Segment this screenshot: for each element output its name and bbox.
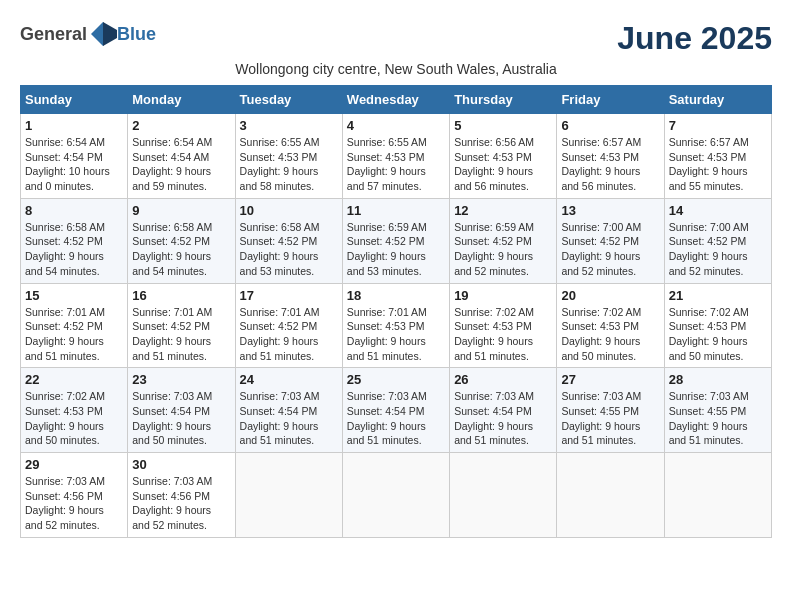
day-info: Sunrise: 7:00 AM Sunset: 4:52 PM Dayligh…	[561, 220, 659, 279]
daylight-label: Daylight: 9 hours and 51 minutes.	[240, 335, 319, 362]
daylight-label: Daylight: 9 hours and 51 minutes.	[132, 335, 211, 362]
day-info: Sunrise: 6:56 AM Sunset: 4:53 PM Dayligh…	[454, 135, 552, 194]
day-number: 4	[347, 118, 445, 133]
sunrise-label: Sunrise: 6:54 AM	[132, 136, 212, 148]
day-number: 3	[240, 118, 338, 133]
sunrise-label: Sunrise: 6:58 AM	[25, 221, 105, 233]
day-number: 2	[132, 118, 230, 133]
sunrise-label: Sunrise: 7:02 AM	[561, 306, 641, 318]
daylight-label: Daylight: 9 hours and 54 minutes.	[25, 250, 104, 277]
day-info: Sunrise: 7:01 AM Sunset: 4:52 PM Dayligh…	[25, 305, 123, 364]
sunset-label: Sunset: 4:53 PM	[25, 405, 103, 417]
logo: General Blue	[20, 20, 156, 48]
sunset-label: Sunset: 4:55 PM	[561, 405, 639, 417]
logo-icon	[89, 20, 117, 48]
page-header: General Blue June 2025	[20, 20, 772, 57]
sunrise-label: Sunrise: 6:54 AM	[25, 136, 105, 148]
sunset-label: Sunset: 4:54 PM	[240, 405, 318, 417]
sunset-label: Sunset: 4:53 PM	[454, 320, 532, 332]
col-header-sunday: Sunday	[21, 86, 128, 114]
day-number: 14	[669, 203, 767, 218]
day-info: Sunrise: 6:58 AM Sunset: 4:52 PM Dayligh…	[25, 220, 123, 279]
daylight-label: Daylight: 9 hours and 54 minutes.	[132, 250, 211, 277]
day-number: 13	[561, 203, 659, 218]
sunset-label: Sunset: 4:52 PM	[132, 320, 210, 332]
calendar-week-2: 8 Sunrise: 6:58 AM Sunset: 4:52 PM Dayli…	[21, 198, 772, 283]
day-number: 29	[25, 457, 123, 472]
sunrise-label: Sunrise: 6:55 AM	[240, 136, 320, 148]
sunset-label: Sunset: 4:53 PM	[561, 320, 639, 332]
col-header-friday: Friday	[557, 86, 664, 114]
sunset-label: Sunset: 4:53 PM	[669, 320, 747, 332]
day-cell-20: 20 Sunrise: 7:02 AM Sunset: 4:53 PM Dayl…	[557, 283, 664, 368]
sunrise-label: Sunrise: 7:03 AM	[132, 390, 212, 402]
sunrise-label: Sunrise: 7:03 AM	[561, 390, 641, 402]
day-info: Sunrise: 7:00 AM Sunset: 4:52 PM Dayligh…	[669, 220, 767, 279]
sunrise-label: Sunrise: 6:55 AM	[347, 136, 427, 148]
daylight-label: Daylight: 9 hours and 52 minutes.	[561, 250, 640, 277]
day-info: Sunrise: 7:03 AM Sunset: 4:55 PM Dayligh…	[669, 389, 767, 448]
day-cell-28: 28 Sunrise: 7:03 AM Sunset: 4:55 PM Dayl…	[664, 368, 771, 453]
daylight-label: Daylight: 9 hours and 52 minutes.	[669, 250, 748, 277]
day-info: Sunrise: 7:03 AM Sunset: 4:54 PM Dayligh…	[240, 389, 338, 448]
day-info: Sunrise: 7:01 AM Sunset: 4:53 PM Dayligh…	[347, 305, 445, 364]
sunrise-label: Sunrise: 7:03 AM	[240, 390, 320, 402]
day-number: 6	[561, 118, 659, 133]
day-number: 8	[25, 203, 123, 218]
day-number: 28	[669, 372, 767, 387]
daylight-label: Daylight: 9 hours and 50 minutes.	[132, 420, 211, 447]
sunrise-label: Sunrise: 7:03 AM	[132, 475, 212, 487]
day-info: Sunrise: 6:57 AM Sunset: 4:53 PM Dayligh…	[669, 135, 767, 194]
day-info: Sunrise: 6:55 AM Sunset: 4:53 PM Dayligh…	[347, 135, 445, 194]
day-info: Sunrise: 7:01 AM Sunset: 4:52 PM Dayligh…	[240, 305, 338, 364]
day-number: 7	[669, 118, 767, 133]
svg-marker-1	[103, 22, 117, 46]
day-number: 19	[454, 288, 552, 303]
sunset-label: Sunset: 4:53 PM	[454, 151, 532, 163]
sunrise-label: Sunrise: 7:03 AM	[347, 390, 427, 402]
day-cell-1: 1 Sunrise: 6:54 AM Sunset: 4:54 PM Dayli…	[21, 114, 128, 199]
day-info: Sunrise: 7:03 AM Sunset: 4:56 PM Dayligh…	[25, 474, 123, 533]
sunrise-label: Sunrise: 7:03 AM	[25, 475, 105, 487]
day-cell-16: 16 Sunrise: 7:01 AM Sunset: 4:52 PM Dayl…	[128, 283, 235, 368]
day-number: 1	[25, 118, 123, 133]
daylight-label: Daylight: 9 hours and 51 minutes.	[240, 420, 319, 447]
day-cell-7: 7 Sunrise: 6:57 AM Sunset: 4:53 PM Dayli…	[664, 114, 771, 199]
day-cell-26: 26 Sunrise: 7:03 AM Sunset: 4:54 PM Dayl…	[450, 368, 557, 453]
daylight-label: Daylight: 9 hours and 57 minutes.	[347, 165, 426, 192]
calendar-week-1: 1 Sunrise: 6:54 AM Sunset: 4:54 PM Dayli…	[21, 114, 772, 199]
sunset-label: Sunset: 4:56 PM	[25, 490, 103, 502]
daylight-label: Daylight: 9 hours and 51 minutes.	[347, 335, 426, 362]
day-info: Sunrise: 7:02 AM Sunset: 4:53 PM Dayligh…	[454, 305, 552, 364]
day-number: 17	[240, 288, 338, 303]
day-number: 23	[132, 372, 230, 387]
sunset-label: Sunset: 4:52 PM	[25, 235, 103, 247]
day-info: Sunrise: 6:59 AM Sunset: 4:52 PM Dayligh…	[454, 220, 552, 279]
sunrise-label: Sunrise: 7:01 AM	[25, 306, 105, 318]
calendar-week-4: 22 Sunrise: 7:02 AM Sunset: 4:53 PM Dayl…	[21, 368, 772, 453]
sunset-label: Sunset: 4:53 PM	[347, 151, 425, 163]
daylight-label: Daylight: 9 hours and 51 minutes.	[669, 420, 748, 447]
day-number: 21	[669, 288, 767, 303]
daylight-label: Daylight: 9 hours and 53 minutes.	[240, 250, 319, 277]
day-info: Sunrise: 6:58 AM Sunset: 4:52 PM Dayligh…	[240, 220, 338, 279]
day-cell-21: 21 Sunrise: 7:02 AM Sunset: 4:53 PM Dayl…	[664, 283, 771, 368]
sunrise-label: Sunrise: 7:00 AM	[561, 221, 641, 233]
sunrise-label: Sunrise: 6:57 AM	[669, 136, 749, 148]
title-area: June 2025	[617, 20, 772, 57]
day-cell-24: 24 Sunrise: 7:03 AM Sunset: 4:54 PM Dayl…	[235, 368, 342, 453]
day-number: 15	[25, 288, 123, 303]
sunset-label: Sunset: 4:54 PM	[132, 405, 210, 417]
daylight-label: Daylight: 9 hours and 51 minutes.	[454, 335, 533, 362]
day-number: 22	[25, 372, 123, 387]
daylight-label: Daylight: 9 hours and 51 minutes.	[25, 335, 104, 362]
col-header-thursday: Thursday	[450, 86, 557, 114]
day-cell-9: 9 Sunrise: 6:58 AM Sunset: 4:52 PM Dayli…	[128, 198, 235, 283]
sunset-label: Sunset: 4:55 PM	[669, 405, 747, 417]
sunset-label: Sunset: 4:53 PM	[561, 151, 639, 163]
daylight-label: Daylight: 9 hours and 50 minutes.	[25, 420, 104, 447]
sunset-label: Sunset: 4:52 PM	[240, 320, 318, 332]
day-number: 30	[132, 457, 230, 472]
day-cell-5: 5 Sunrise: 6:56 AM Sunset: 4:53 PM Dayli…	[450, 114, 557, 199]
daylight-label: Daylight: 9 hours and 52 minutes.	[454, 250, 533, 277]
